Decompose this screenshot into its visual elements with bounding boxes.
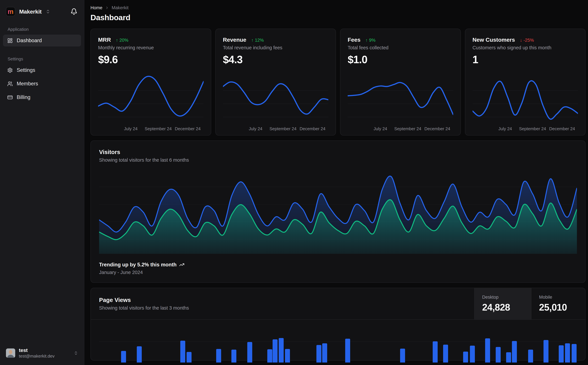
x-axis-labels: July 24 September 24 December 24 — [223, 125, 328, 133]
arrow-down-icon: ↓ — [520, 38, 522, 43]
sidebar-item-dashboard[interactable]: Dashboard — [3, 35, 81, 47]
visitors-period: January - June 2024 — [99, 270, 577, 275]
fees-sparkline-chart — [348, 70, 453, 125]
visitors-subtitle: Showing total visitors for the last 6 mo… — [99, 157, 577, 163]
bar — [180, 341, 185, 363]
breadcrumb-current: Makerkit — [112, 5, 129, 10]
axis-tick: December 24 — [549, 126, 575, 131]
user-name: test — [19, 347, 55, 353]
sidebar: m Makerkit Application Dashboard Setting… — [0, 0, 84, 365]
sidebar-item-settings[interactable]: Settings — [3, 64, 81, 76]
axis-tick: July 24 — [374, 126, 387, 131]
trend-badge: ↑ 9% — [366, 38, 376, 43]
page-views-toggle-group: Desktop 24,828 Mobile 25,010 — [474, 288, 585, 319]
bar — [322, 343, 327, 363]
layout-dashboard-icon — [7, 38, 13, 43]
gear-icon — [7, 68, 13, 73]
user-menu[interactable]: test test@makerkit.dev — [0, 343, 84, 365]
stat-description: Customers who signed up this month — [473, 45, 578, 50]
toggle-desktop[interactable]: Desktop 24,828 — [474, 288, 531, 319]
bar — [216, 349, 221, 363]
users-icon — [7, 81, 13, 86]
bar — [137, 346, 142, 363]
bar — [121, 351, 126, 363]
new-customers-sparkline-chart — [473, 70, 578, 125]
trend-badge: ↑ 20% — [116, 38, 128, 43]
sidebar-item-billing[interactable]: Billing — [3, 91, 81, 103]
avatar — [6, 348, 15, 358]
trending-up-icon — [179, 262, 184, 267]
stat-title: MRR — [98, 36, 111, 43]
bar — [279, 338, 284, 363]
stat-description: Monthly recurring revenue — [98, 45, 204, 50]
toggle-label: Mobile — [539, 295, 585, 300]
workspace-selector[interactable]: m Makerkit — [0, 0, 84, 20]
notifications-bell-icon[interactable] — [70, 8, 77, 15]
stat-value: $1.0 — [348, 53, 453, 66]
main-content: Home Makerkit Dashboard MRR ↑ 20% Monthl… — [85, 0, 588, 360]
bar — [273, 339, 277, 363]
axis-tick: September 24 — [519, 126, 546, 131]
x-axis-labels: July 24 September 24 December 24 — [348, 125, 453, 133]
arrow-up-icon: ↑ — [366, 38, 368, 43]
page-views-title: Page Views — [99, 297, 466, 303]
stat-cards-row: MRR ↑ 20% Monthly recurring revenue $9.6… — [90, 29, 586, 135]
axis-tick: July 24 — [498, 126, 512, 131]
stat-description: Total fees collected — [348, 45, 453, 50]
visitors-area-chart — [99, 169, 577, 254]
bar — [565, 343, 570, 363]
credit-card-icon — [7, 95, 13, 100]
makerkit-logo: m — [6, 7, 15, 16]
bar — [231, 350, 236, 363]
chevrons-up-down-icon[interactable] — [74, 351, 78, 355]
mrr-sparkline-chart — [98, 70, 204, 125]
trend-value: 20% — [119, 38, 128, 43]
nav-section-application: Application — [0, 27, 84, 32]
bar — [267, 349, 272, 363]
visitors-trend-text: Trending up by 5.2% this month — [99, 262, 176, 268]
chevron-right-icon — [105, 6, 109, 10]
x-axis-labels: July 24 September 24 December 24 — [98, 125, 204, 133]
chevrons-up-down-icon[interactable] — [46, 9, 50, 14]
bar — [496, 347, 501, 363]
sidebar-item-members[interactable]: Members — [3, 78, 81, 90]
stat-description: Total revenue including fees — [223, 45, 328, 50]
axis-tick: September 24 — [394, 126, 421, 131]
page-views-subtitle: Showing total visitors for the last 3 mo… — [99, 305, 466, 311]
bar — [559, 345, 564, 363]
stat-title: Fees — [348, 36, 360, 43]
breadcrumb-home-link[interactable]: Home — [90, 5, 102, 10]
axis-tick: December 24 — [175, 126, 201, 131]
visitors-title: Visitors — [99, 149, 577, 155]
nav-section-settings: Settings — [0, 56, 84, 62]
bar — [463, 351, 468, 363]
bar — [512, 341, 517, 363]
axis-tick: December 24 — [299, 126, 325, 131]
page-views-bar-chart — [99, 320, 577, 360]
toggle-mobile[interactable]: Mobile 25,010 — [531, 288, 585, 319]
stat-value: 1 — [473, 53, 578, 66]
arrow-up-icon: ↑ — [251, 38, 254, 43]
stat-card-mrr: MRR ↑ 20% Monthly recurring revenue $9.6… — [90, 29, 211, 135]
axis-tick: July 24 — [249, 126, 262, 131]
axis-tick: September 24 — [145, 126, 172, 131]
bar — [572, 344, 577, 363]
trend-value: 9% — [369, 38, 375, 43]
user-meta: test test@makerkit.dev — [19, 347, 55, 359]
bar — [544, 340, 548, 363]
trend-value: -25% — [524, 38, 534, 43]
visitors-card: Visitors Showing total visitors for the … — [90, 140, 586, 283]
sidebar-item-label: Members — [17, 81, 38, 87]
axis-tick: July 24 — [124, 126, 138, 131]
trend-badge: ↑ 12% — [251, 38, 264, 43]
application-nav: Dashboard — [0, 32, 84, 49]
toggle-value: 24,828 — [482, 302, 531, 313]
bar — [187, 352, 192, 363]
settings-nav: Settings Members Billing — [0, 62, 84, 106]
stat-value: $4.3 — [223, 53, 328, 66]
toggle-label: Desktop — [482, 295, 531, 300]
bar — [506, 352, 511, 363]
bar — [400, 349, 405, 363]
workspace-name[interactable]: Makerkit — [19, 8, 42, 15]
bar — [528, 350, 533, 363]
